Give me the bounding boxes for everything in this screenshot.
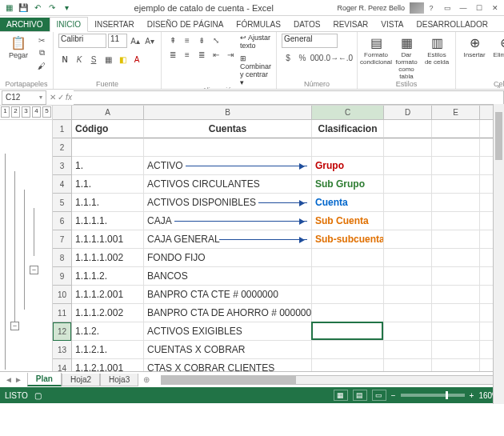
new-sheet-icon[interactable]: ⊕ <box>138 375 154 384</box>
align-center-icon[interactable]: ≡ <box>181 48 194 61</box>
tab-developer[interactable]: DESARROLLADOR <box>410 18 494 31</box>
close-icon[interactable]: ✕ <box>488 2 502 14</box>
align-top-icon[interactable]: ⇞ <box>166 34 179 46</box>
ribbon-options-icon[interactable]: ▭ <box>440 2 454 14</box>
row-header[interactable]: 13 <box>53 341 71 359</box>
cell[interactable] <box>384 157 432 175</box>
cell[interactable]: 1. <box>72 157 144 175</box>
comma-icon[interactable]: 000 <box>310 51 323 64</box>
indent-inc-icon[interactable]: ⇥ <box>224 48 237 61</box>
cell[interactable] <box>384 304 432 322</box>
row-header[interactable]: 4 <box>53 175 71 194</box>
tab-review[interactable]: REVISAR <box>326 18 374 31</box>
account-name[interactable]: Roger R. Perez Bello <box>332 2 410 14</box>
formula-input[interactable] <box>74 90 504 105</box>
cell[interactable] <box>432 359 480 371</box>
row-header[interactable]: 7 <box>53 230 71 249</box>
tab-formulas[interactable]: FÓRMULAS <box>230 18 287 31</box>
cell[interactable]: Clasificacion <box>312 120 384 138</box>
cell[interactable]: FONDO FIJO <box>144 249 312 267</box>
copy-icon[interactable]: ⧉ <box>35 46 48 59</box>
row-header[interactable]: 1 <box>53 120 71 138</box>
cell[interactable]: 1.1.1.2.001 <box>72 286 144 304</box>
wrap-text-button[interactable]: ↩ Ajustar texto <box>240 34 271 50</box>
tab-data[interactable]: DATOS <box>287 18 327 31</box>
cell[interactable] <box>432 341 480 359</box>
column-header[interactable]: C <box>312 106 384 119</box>
cell[interactable] <box>432 194 480 212</box>
cell[interactable]: 1.1.2. <box>72 322 144 341</box>
cell[interactable]: Sub Grupo <box>312 175 384 194</box>
cell[interactable]: Cuentas <box>144 120 312 138</box>
help-icon[interactable]: ? <box>424 2 438 14</box>
view-normal-icon[interactable]: ▦ <box>334 390 348 401</box>
row-header[interactable]: 12 <box>53 322 71 341</box>
tab-home[interactable]: INICIO <box>50 17 89 32</box>
select-all-triangle[interactable] <box>53 106 72 120</box>
cell[interactable] <box>384 120 432 138</box>
row-header[interactable]: 10 <box>53 286 71 304</box>
cell[interactable] <box>312 249 384 267</box>
minimize-icon[interactable]: — <box>456 2 470 14</box>
cell[interactable]: 1.1.2.1. <box>72 341 144 359</box>
grow-font-icon[interactable]: A▴ <box>129 34 142 47</box>
cell[interactable]: 1.1.2.1.001 <box>72 359 144 371</box>
cell[interactable] <box>384 230 432 249</box>
zoom-in-icon[interactable]: + <box>470 391 474 400</box>
undo-icon[interactable]: ↶ <box>32 2 43 14</box>
cell[interactable] <box>384 138 432 157</box>
number-format-select[interactable]: General <box>282 34 338 48</box>
cell-styles-button[interactable]: ▥Estilos de celda <box>423 34 450 66</box>
cell[interactable]: 1.1.1. <box>72 194 144 212</box>
accept-fx-icon[interactable]: ✓ <box>58 93 64 102</box>
outline-level-2[interactable]: 2 <box>11 106 20 118</box>
font-size-select[interactable]: 11 <box>108 34 127 48</box>
sheet-tab[interactable]: Hoja3 <box>100 374 138 386</box>
cell[interactable]: Cuenta <box>312 194 384 212</box>
cell[interactable] <box>432 212 480 230</box>
percent-icon[interactable]: % <box>296 51 309 64</box>
cell[interactable] <box>384 267 432 286</box>
row-header[interactable]: 5 <box>53 194 71 212</box>
cell[interactable] <box>432 249 480 267</box>
dec-decimal-icon[interactable]: ←.0 <box>339 51 352 64</box>
cell[interactable]: 1.1.1.1. <box>72 212 144 230</box>
view-layout-icon[interactable]: ▤ <box>353 390 367 401</box>
paste-button[interactable]: 📋 Pegar <box>5 34 32 59</box>
cell[interactable]: CUENTAS X COBRAR <box>144 341 312 359</box>
horizontal-scrollbar[interactable] <box>161 375 498 385</box>
format-painter-icon[interactable]: 🖌 <box>35 59 48 72</box>
outline-level-1[interactable]: 1 <box>1 106 10 118</box>
tab-insert[interactable]: INSERTAR <box>88 18 141 31</box>
column-header[interactable]: B <box>144 106 312 119</box>
cell[interactable] <box>312 138 384 157</box>
cell[interactable] <box>144 138 312 157</box>
format-table-button[interactable]: ▦Dar formato como tabla <box>393 34 420 80</box>
cell[interactable]: Sub-subcuenta <box>312 230 384 249</box>
cell[interactable] <box>312 359 384 371</box>
row-header[interactable]: 6 <box>53 212 71 230</box>
cell[interactable] <box>72 138 144 157</box>
cell[interactable]: 1.1.1.1.002 <box>72 249 144 267</box>
cell[interactable] <box>432 304 480 322</box>
cell[interactable] <box>384 359 432 371</box>
cell[interactable] <box>432 286 480 304</box>
qat-more-icon[interactable]: ▾ <box>61 2 72 14</box>
zoom-out-icon[interactable]: − <box>391 391 396 400</box>
cell[interactable]: Código <box>72 120 144 138</box>
delete-cells-button[interactable]: ⊖Eliminar <box>491 34 504 58</box>
fx-buttons[interactable]: ✕✓fx <box>48 93 74 102</box>
redo-icon[interactable]: ↷ <box>46 2 58 14</box>
font-color-icon[interactable]: A <box>130 53 143 66</box>
row-header[interactable]: 11 <box>53 304 71 322</box>
collapse-ribbon-icon[interactable]: ˄ <box>497 85 501 94</box>
column-header[interactable]: D <box>384 106 432 119</box>
cell[interactable] <box>312 322 384 341</box>
cells-area[interactable]: CódigoCuentasClasificacion1.ACTIVOGrupo1… <box>72 120 504 371</box>
cancel-fx-icon[interactable]: ✕ <box>50 93 56 102</box>
underline-icon[interactable]: S <box>87 53 100 66</box>
outline-level-5[interactable]: 5 <box>42 106 51 118</box>
cell[interactable] <box>432 157 480 175</box>
conditional-format-button[interactable]: ▤Formato condicional <box>362 34 390 66</box>
fill-color-icon[interactable]: ◧ <box>116 53 129 66</box>
